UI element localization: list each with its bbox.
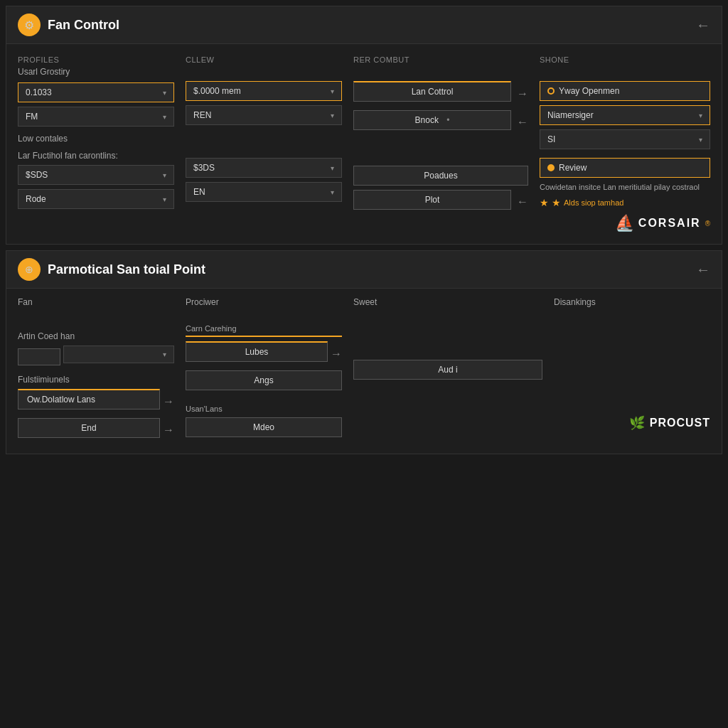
disankings-col-header: Disankings <box>554 297 710 307</box>
parmotical-header: ⊕ Parmotical San toial Point ← <box>6 251 722 289</box>
star1-icon: ★ <box>540 197 549 208</box>
prociwer-col-header: Prociwer <box>186 297 342 307</box>
shone-label: Shone <box>540 55 710 64</box>
back-button-top[interactable]: ← <box>696 17 710 33</box>
fan-control-title: Fan Control <box>48 18 119 33</box>
parmotical-panel: ⊕ Parmotical San toial Point ← Fan Proci… <box>6 250 722 454</box>
fan-control-body: Profiles Usarl Grostiry 0.1033 ▾ FM ▾ Lo… <box>6 44 722 244</box>
cllew-column: Cllew $.0000 mem ▾ REN ▾ $3DS ▾ EN ▾ <box>186 55 342 232</box>
radio-filled-icon <box>547 164 555 171</box>
corsair-logo-area: ⛵ CORSAIR ® <box>540 208 710 232</box>
procust-brand-text: PROCUST <box>650 417 710 429</box>
arrow-right4-icon: → <box>331 348 342 360</box>
rercombut-column: Rer combut Lan Cottrol → Bnock • ← <box>353 55 528 232</box>
angs-box: Angs <box>186 370 342 390</box>
fan-control-header: ⚙ Fan Control ← <box>6 6 722 44</box>
sweet-column: Aud i <box>353 324 542 442</box>
radio-empty-icon <box>547 87 555 95</box>
usan-lans-label: Usan'Lans <box>186 405 342 413</box>
arrow-left2-icon: ← <box>517 196 528 208</box>
profiles-column: Profiles Usarl Grostiry 0.1033 ▾ FM ▾ Lo… <box>18 55 174 232</box>
fan-input[interactable] <box>18 348 60 365</box>
shone-column: Shone Yway Openmen Niamersiger ▾ SI ▾ <box>540 55 710 232</box>
parmotical-icon: ⊕ <box>18 258 41 281</box>
rode-dropdown[interactable]: Rode ▾ <box>18 189 174 209</box>
fan-col-header: Fan <box>18 297 174 307</box>
chevron-icon: ▾ <box>699 136 702 144</box>
artin-coed-label: Artin Coed han <box>18 331 174 341</box>
chevron-icon: ▾ <box>331 112 334 119</box>
chevron-icon: ▾ <box>331 188 334 196</box>
prociwer-column: Carn Carehing Lubes → Angs Usan'Lans Mde… <box>186 324 342 442</box>
chevron-icon: ▾ <box>163 196 166 203</box>
corsair-brand-text: CORSAIR <box>638 217 701 230</box>
star2-icon: ★ <box>552 197 561 208</box>
parmotical-title: Parmotical San toial Point <box>48 262 205 277</box>
arrow-left-icon: ← <box>517 116 528 129</box>
fan-column: Artin Coed han ▾ Fulstiimiunels Ow.Dolat… <box>18 324 174 442</box>
profiles-dropdown2[interactable]: FM ▾ <box>18 107 174 127</box>
profiles-dropdown1[interactable]: 0.1033 ▾ <box>18 82 174 102</box>
procust-logo: 🌿 PROCUST <box>554 415 710 431</box>
chevron-icon: ▾ <box>699 112 702 119</box>
cllew-dropdown1[interactable]: $.0000 mem ▾ <box>186 81 342 101</box>
cllew-label: Cllew <box>186 55 342 64</box>
profiles-sublabel: Usarl Grostiry <box>18 67 174 77</box>
fan-control-icon: ⚙ <box>18 14 41 36</box>
radio-openmen[interactable]: Yway Openmen <box>540 81 710 101</box>
registered-icon: ® <box>705 220 710 228</box>
s3ds-dropdown[interactable]: $3DS ▾ <box>186 158 342 178</box>
arrow-right3-icon: → <box>163 424 174 437</box>
niamersiger-dropdown[interactable]: Niamersiger ▾ <box>540 105 710 125</box>
ow-dolatlow-box: Ow.Dolatlow Lans <box>18 389 160 410</box>
chevron-icon: ▾ <box>163 350 166 358</box>
star-row: ★ ★ Alds siop tamhad <box>540 197 710 208</box>
review-description: Cowidetan insitce Lan meritiutial pilay … <box>540 182 710 193</box>
lar-fuctihol-label: Lar Fuctihol fan carontlins: <box>18 151 174 161</box>
low-contales-label: Low contales <box>18 134 174 144</box>
header-left: ⚙ Fan Control <box>18 14 119 36</box>
chevron-icon: ▾ <box>163 171 166 179</box>
profiles-label: Profiles <box>18 55 174 64</box>
arrow-right2-icon: → <box>163 395 174 408</box>
poadues-btn[interactable]: Poadues <box>353 166 528 186</box>
corsair-logo: ⛵ CORSAIR ® <box>615 214 710 232</box>
chevron-icon: ▾ <box>331 164 334 172</box>
top-grid: Profiles Usarl Grostiry 0.1033 ▾ FM ▾ Lo… <box>18 55 710 232</box>
chevron-icon: ▾ <box>163 113 166 121</box>
arrow-right-icon: → <box>517 87 528 100</box>
procust-icon: 🌿 <box>629 415 646 431</box>
end-box: End <box>18 418 160 438</box>
star-text: Alds siop tamhad <box>564 198 623 207</box>
ssds-dropdown[interactable]: $SDS ▾ <box>18 165 174 185</box>
en-dropdown[interactable]: EN ▾ <box>186 182 342 202</box>
fan-control-panel: ⚙ Fan Control ← Profiles Usarl Grostiry … <box>6 6 722 245</box>
review-radio[interactable]: Review <box>540 158 710 178</box>
disankings-column: 🌿 PROCUST <box>554 324 710 442</box>
parmotical-body: Artin Coed han ▾ Fulstiimiunels Ow.Dolat… <box>6 318 722 454</box>
carn-carehing-label: Carn Carehing <box>186 324 342 337</box>
bottom-grid: Artin Coed han ▾ Fulstiimiunels Ow.Dolat… <box>18 324 710 442</box>
cllew-dropdown2[interactable]: REN ▾ <box>186 105 342 125</box>
sweet-col-header: Sweet <box>353 297 542 307</box>
rercombut-label: Rer combut <box>353 55 528 64</box>
lan-cottrol-box: Lan Cottrol <box>353 81 511 102</box>
lubes-box: Lubes <box>186 341 328 362</box>
bnock-box: Bnock • <box>353 110 511 130</box>
bottom-col-headers: Fan Prociwer Sweet Disankings <box>6 289 722 307</box>
chevron-icon: ▾ <box>163 89 166 97</box>
parmotical-header-left: ⊕ Parmotical San toial Point <box>18 258 205 281</box>
mdeo-box: Mdeo <box>186 417 342 437</box>
audi-box: Aud i <box>353 360 542 380</box>
fan-select-dropdown[interactable]: ▾ <box>63 346 174 363</box>
plot-btn[interactable]: Plot <box>353 190 511 210</box>
si-dropdown[interactable]: SI ▾ <box>540 129 710 149</box>
fulstiimiunels-label: Fulstiimiunels <box>18 375 174 385</box>
back-button-bottom[interactable]: ← <box>696 262 710 278</box>
chevron-icon: ▾ <box>331 87 334 95</box>
corsair-sail-icon: ⛵ <box>615 214 634 232</box>
